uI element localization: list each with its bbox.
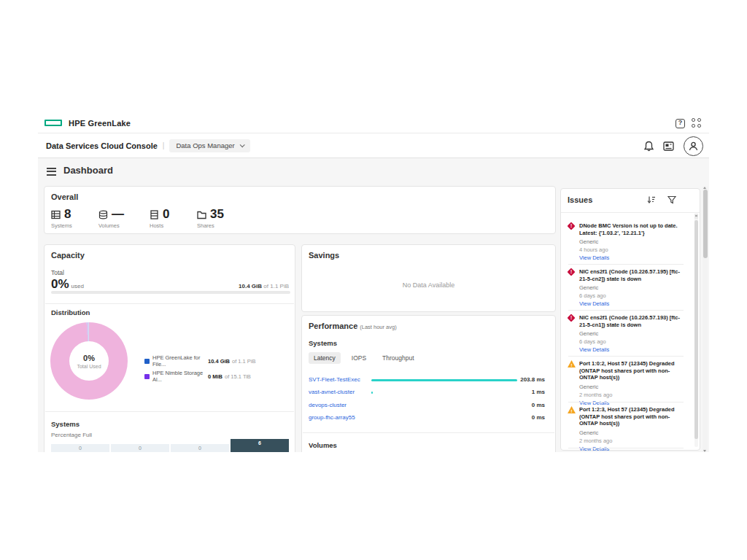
percentage-full-histogram: 0 0 0 6 [51,439,290,452]
legend-swatch [144,359,150,364]
issue-time: 6 days ago [579,292,684,299]
performance-volumes-label: Volumes [309,441,337,449]
warning-icon [568,406,576,413]
brand-header: HPE GreenLake [38,113,709,133]
brand-title: HPE GreenLake [69,119,131,128]
view-details-link[interactable]: View Details [579,400,684,406]
volumes-count: — [112,207,124,222]
issues-scrollbar-thumb[interactable] [694,220,698,439]
latency-value: 0 ms [532,402,545,408]
legend-swatch [144,374,150,379]
view-details-link[interactable]: View Details [579,254,684,261]
person-icon [688,141,699,152]
system-link[interactable]: devops-cluster [309,402,347,408]
issues-title: Issues [568,195,592,204]
performance-card: Performance(Last hour avg) Systems Laten… [301,315,556,452]
capacity-percent: 0%used [51,277,84,292]
menu-hamburger-icon[interactable] [47,168,56,176]
systems-label: Systems [51,222,96,229]
issue-category: Generic [579,284,684,291]
scroll-up-arrow-icon[interactable] [703,187,706,189]
issue-time: 2 months ago [579,438,684,444]
hosts-icon [150,210,159,219]
performance-row: vast-avnet-cluster 1 ms [302,387,555,397]
volumes-icon [98,210,108,219]
latency-value: 1 ms [532,389,545,395]
issues-scrollbar[interactable] [694,214,698,447]
chevron-down-icon [239,142,244,147]
system-link[interactable]: vast-avnet-cluster [309,389,355,395]
overall-card: Overall 8 Systems [44,186,556,234]
percentage-full-label: Percentage Full [51,432,92,438]
capacity-total-label: Total [51,269,64,276]
issue-item: NIC ens2f1 (Cnode (10.226.57.195) [ftc-2… [568,268,684,307]
issue-title: DNode BMC Version is not up to date. Lat… [579,222,684,236]
capacity-donut-chart: 0% Total Used [50,322,128,400]
performance-subtitle: (Last hour avg) [360,324,396,330]
volumes-label: Volumes [98,222,144,229]
notifications-bell-icon[interactable] [644,141,654,152]
latency-bar [371,379,517,381]
capacity-card: Capacity Total 0%used 10.4 GiB of 1.1 Pi… [44,244,295,452]
console-label: Data Services Cloud Console [46,141,158,150]
issue-category: Generic [579,384,684,390]
issue-title: NIC ens2f1 (Cnode (10.226.57.195) [ftc-2… [579,268,684,282]
issue-category: Generic [579,330,684,337]
apps-grid-icon[interactable] [692,118,702,128]
donut-center-label: Total Used [77,364,101,369]
app-selector[interactable]: Data Ops Manager [169,139,249,152]
tab-latency[interactable]: Latency [309,352,341,364]
app-window: HPE GreenLake Data Services Cloud Consol… [0,0,747,560]
systems-icon [51,210,61,219]
legend-item: HPE GreenLake for File... 10.4 GiBof 1.1… [144,354,256,368]
shares-folder-icon [197,210,206,219]
view-details-link[interactable]: View Details [579,446,684,452]
whats-new-icon[interactable] [663,141,674,151]
filter-icon[interactable] [667,195,676,204]
scroll-down-arrow-icon[interactable] [703,450,706,452]
performance-systems-label: Systems [309,339,337,347]
capacity-used-suffix: used [71,283,84,289]
latency-value: 0 ms [532,414,545,421]
tab-throughput[interactable]: Throughput [377,352,419,364]
issue-item: Port 1:0:2, Host 57 (12345) Degraded (ON… [568,360,684,406]
critical-icon [567,268,575,276]
view-details-link[interactable]: View Details [579,346,684,353]
issue-item: NIC ens2f1 (Cnode (10.226.57.193) [ftc-2… [568,314,684,353]
console-header: Data Services Cloud Console | Data Ops M… [38,133,709,158]
performance-row: SVT-Fleet-TestExec 203.8 ms [302,375,555,385]
system-link[interactable]: SVT-Fleet-TestExec [309,376,360,383]
legend-item: HPE Nimble Storage Al... 0 MiBof 15.1 Ti… [144,370,256,383]
systems-count: 8 [64,207,71,222]
latency-bar [371,392,373,394]
shares-count: 35 [210,207,224,222]
stat-hosts: 0 Hosts [150,207,195,229]
view-details-link[interactable]: View Details [579,300,684,307]
page-scrollbar-thumb[interactable] [703,190,708,258]
savings-empty-state: No Data Available [302,281,555,289]
stat-volumes: — Volumes [98,207,144,229]
hpe-logo-icon [44,120,62,126]
distribution-title: Distribution [51,308,90,316]
user-avatar[interactable] [684,136,703,156]
issue-title: Port 1:2:3, Host 57 (12345) Degraded (ON… [579,406,684,427]
tab-iops[interactable]: IOPS [347,352,371,364]
savings-title: Savings [309,251,339,260]
scroll-up-button[interactable] [694,214,698,219]
issue-category: Generic [579,429,684,436]
sort-icon[interactable] [647,195,656,204]
hosts-count: 0 [163,207,169,222]
performance-tabs: Latency IOPS Throughput [309,352,419,364]
help-icon[interactable] [676,119,685,128]
issue-time: 6 days ago [579,338,684,345]
system-link[interactable]: group-fhc-array55 [309,414,355,421]
issue-title: Port 1:0:2, Host 57 (12345) Degraded (ON… [579,360,684,381]
capacity-usage: 10.4 GiB of 1.1 PiB [239,283,289,289]
stat-systems: 8 Systems [51,207,96,229]
main-content: Dashboard Overall 8 Systems [38,158,709,452]
page-scrollbar[interactable] [703,187,708,452]
performance-row: group-fhc-array55 0 ms [302,413,555,423]
page-title: Dashboard [63,165,113,176]
issue-title: NIC ens2f1 (Cnode (10.226.57.193) [ftc-2… [579,314,684,328]
stat-shares: 35 Shares [197,207,242,229]
